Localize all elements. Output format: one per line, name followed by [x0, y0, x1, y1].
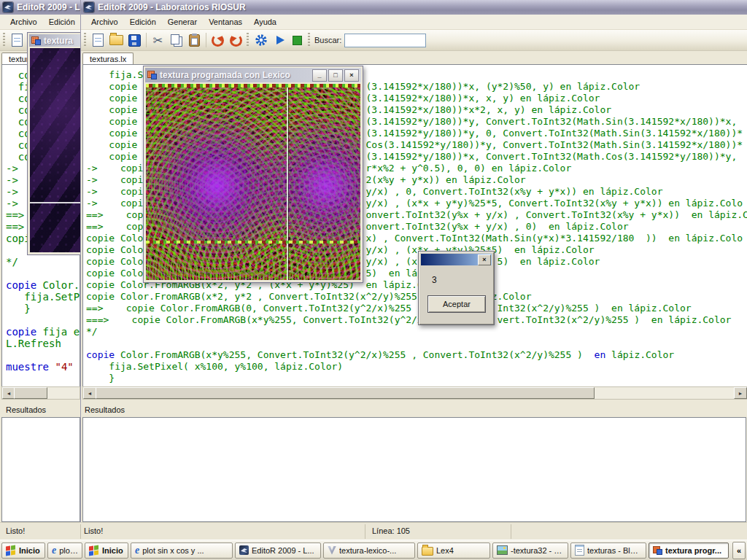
taskbar-button-lex4[interactable]: Lex4 [417, 542, 490, 559]
redo-icon [230, 34, 242, 47]
toolbar-grip [3, 33, 5, 47]
new-file-icon [93, 34, 104, 47]
toolbar-grip [84, 33, 86, 47]
menu-edicion[interactable]: Edición [124, 16, 162, 28]
taskbar-button-plot-sin-x-cos-y[interactable]: plot sin x cos y ... [131, 542, 233, 559]
taskbar-chevron-button[interactable]: « [732, 542, 746, 559]
dark-texture-image [30, 48, 81, 252]
close-button[interactable]: × [344, 69, 359, 82]
dialog-close-button[interactable]: × [478, 254, 491, 265]
new-file-icon [12, 34, 23, 47]
toolbar-grip [247, 33, 249, 47]
background-texture-titlebar[interactable]: textura [29, 34, 82, 47]
line-indicator: Línea: 105 [372, 526, 410, 535]
accept-button[interactable]: Aceptar [427, 295, 486, 313]
code-line [6, 349, 80, 361]
taskbar-button-label: textura progr... [665, 546, 721, 555]
main-status-text: Listo! [84, 526, 103, 535]
paste-button[interactable] [185, 31, 204, 49]
copy-icon [171, 34, 179, 44]
taskbar-button-label: -textura32 - Vis... [511, 546, 564, 555]
toolbar-grip [308, 33, 310, 47]
scroll-thumb[interactable] [96, 387, 595, 399]
scroll-left-arrow[interactable]: ◄ [83, 387, 96, 399]
taskbar-button-label: plot s [59, 546, 78, 555]
menu-ventanas[interactable]: Ventanas [203, 16, 248, 28]
main-window-titlebar[interactable]: EditoR 2009 - Laboratorios RIOSUR [81, 0, 747, 15]
code-line: copie Color.FromARGB(x*y%255, Convert.To… [86, 349, 747, 361]
menu-archivo[interactable]: Archivo [85, 16, 124, 28]
taskbar-button-textura-lexico[interactable]: textura-lexico-... [323, 542, 415, 559]
taskbar-button-texturas-bloc[interactable]: texturas - Bloc ... [570, 542, 646, 559]
save-button[interactable] [125, 31, 144, 49]
menu-archivo[interactable]: Archivo [4, 16, 43, 28]
gear-icon [255, 34, 268, 47]
taskbar-button-label: textura-lexico-... [339, 546, 396, 555]
copy-button[interactable] [167, 31, 185, 49]
open-file-button[interactable] [107, 31, 125, 49]
scroll-thumb[interactable] [14, 387, 47, 399]
taskbar-button-textura-progr[interactable]: textura progr... [649, 542, 729, 559]
undo-button[interactable] [209, 31, 227, 49]
maximize-button[interactable]: □ [328, 69, 343, 82]
save-floppy-icon [128, 34, 141, 47]
menu-ayuda[interactable]: Ayuda [248, 16, 282, 28]
main-results-label: Resultados [85, 405, 125, 414]
cut-button[interactable] [149, 31, 167, 49]
taskbar-button-label: Inicio [102, 546, 123, 555]
code-line [6, 268, 80, 279]
main-h-scrollbar[interactable]: ◄ ► [82, 386, 747, 400]
paste-icon [189, 34, 200, 47]
toolbar-separator [206, 33, 206, 47]
taskbar-button-label: plot sin x cos y ... [142, 546, 204, 555]
code-line [6, 314, 80, 326]
left-results-label: Resultados [6, 405, 46, 414]
settings-button[interactable] [252, 31, 270, 49]
taskbar-button-label: Lex4 [436, 546, 454, 555]
search-input[interactable] [344, 34, 426, 47]
notepad-icon [575, 545, 584, 556]
texture-window: textura programada con Lexico _ □ × [143, 66, 363, 283]
left-menubar: ArchivoEdición [0, 15, 82, 30]
dialog-titlebar[interactable]: × [421, 254, 492, 265]
menu-generar[interactable]: Generar [162, 16, 203, 28]
texture-window-title: textura programada con Lexico [160, 70, 290, 80]
taskbar-button-editor-2009-l[interactable]: EditoR 2009 - L... [235, 542, 321, 559]
code-line: fija.SetPi [6, 291, 80, 303]
code-line: copie Color.F [6, 279, 80, 291]
redo-button[interactable] [227, 31, 245, 49]
code-line: ===> copie Color.FromARGB(x*y%255, Conve… [86, 314, 747, 326]
code-line: copie fija er [6, 326, 80, 338]
scroll-right-arrow[interactable]: ► [734, 387, 747, 399]
taskbar-button-inicio[interactable]: Inicio [1, 542, 45, 559]
left-h-scrollbar[interactable]: ◄ [1, 386, 80, 400]
code-line: } [86, 373, 747, 384]
texture-app-icon [31, 36, 41, 45]
texture-window-titlebar[interactable]: textura programada con Lexico _ □ × [145, 68, 361, 82]
main-toolbar: Buscar: [81, 30, 747, 51]
new-file-button[interactable] [89, 31, 107, 49]
generated-texture-image [146, 84, 360, 280]
left-window-title: EditoR 2009 - La [17, 2, 82, 12]
taskbar-button-label: texturas - Bloc ... [587, 546, 642, 555]
taskbar-button-inicio[interactable]: Inicio [85, 542, 128, 559]
code-line: fija.SetPixel( x%100, y%100, lápiz.Color… [86, 361, 747, 373]
stop-icon [293, 36, 302, 45]
image-icon [497, 545, 508, 555]
play-icon [276, 36, 285, 44]
message-dialog: × 3 Aceptar [418, 251, 495, 325]
code-line: } [6, 303, 80, 314]
status-bar: Listo! Listo! Línea: 105 [0, 522, 747, 540]
menu-edicion[interactable]: Edición [43, 16, 81, 28]
taskbar-button-textura32-vis[interactable]: -textura32 - Vis... [492, 542, 568, 559]
app-icon [653, 546, 662, 555]
left-window-titlebar[interactable]: EditoR 2009 - La [0, 0, 82, 15]
code-line: ==> copie Color.FromARGB(0, Convert.ToIn… [86, 303, 747, 314]
run-button[interactable] [270, 31, 288, 49]
left-status-text: Listo! [6, 526, 25, 535]
taskbar-button-plot-s[interactable]: plot s [47, 542, 82, 559]
stop-button[interactable] [288, 31, 306, 49]
new-file-button[interactable] [8, 31, 26, 49]
minimize-button[interactable]: _ [312, 69, 327, 82]
taskbar-button-label: EditoR 2009 - L... [252, 546, 314, 555]
